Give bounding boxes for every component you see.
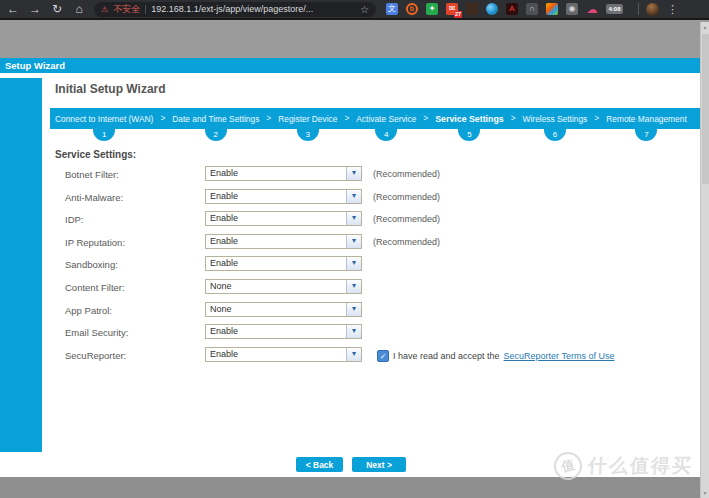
step-number-bump: 3 [297, 129, 319, 141]
page-title: Initial Setup Wizard [55, 82, 166, 96]
page-scrollbar[interactable]: ▲ ▼ [700, 22, 709, 498]
bookmark-star-icon[interactable]: ☆ [360, 4, 369, 15]
back-button[interactable]: < Back [296, 457, 343, 472]
wizard-panel: Initial Setup Wizard Connect to Internet… [0, 73, 700, 477]
wizard-step-4[interactable]: Activate Service 4 [351, 108, 421, 129]
sandboxing-row: Sandboxing: Enable ▾ [65, 256, 685, 273]
wizard-step-2[interactable]: Date and Time Settings 2 [167, 108, 264, 129]
step-number-bump: 2 [205, 129, 227, 141]
content-filter-row: Content Filter: None ▾ [65, 279, 685, 296]
acrobat-extension-icon[interactable]: A [506, 3, 518, 15]
ip-reputation-row: IP Reputation: Enable ▾ (Recommended) [65, 234, 685, 251]
dark-extension-icon[interactable] [466, 3, 478, 15]
securereporter-agreement: ✓ I have read and accept the SecuReporte… [377, 350, 614, 362]
reload-icon[interactable]: ↻ [50, 0, 64, 18]
step-number-bump: 7 [635, 129, 657, 141]
next-button[interactable]: Next > [352, 457, 406, 472]
step-separator: > [423, 108, 428, 129]
chevron-down-icon[interactable]: ▾ [346, 348, 361, 361]
botnet-filter-row: Botnet Filter: Enable ▾ (Recommended) [65, 166, 685, 183]
address-bar[interactable]: ⚠ 不安全 192.168.1.1/ext-js/app/view/pagest… [94, 2, 376, 17]
screen: ← → ↻ ⌂ ⚠ 不安全 192.168.1.1/ext-js/app/vie… [0, 0, 709, 498]
lock-extension-icon[interactable]: ∩ [526, 3, 538, 15]
app-patrol-dropdown[interactable]: None ▾ [205, 302, 362, 317]
translate-extension-icon[interactable]: 文 [386, 3, 398, 15]
recommended-note: (Recommended) [373, 189, 440, 206]
app-patrol-row: App Patrol: None ▾ [65, 302, 685, 319]
chevron-down-icon[interactable]: ▾ [346, 325, 361, 338]
wizard-steps-bar: Connect to Internet (WAN) 1 > Date and T… [50, 108, 700, 141]
url-text[interactable]: 192.168.1.1/ext-js/app/view/pagestore/..… [151, 4, 355, 14]
browser-menu-icon[interactable]: ⋮ [667, 3, 678, 16]
back-icon[interactable]: ← [6, 0, 20, 18]
chevron-down-icon[interactable]: ▾ [346, 212, 361, 225]
agreement-text: I have read and accept the [393, 351, 500, 361]
extension-icons: 文b✦✉27A∩◉☁4:08 [386, 3, 631, 15]
page-background: Setup Wizard Initial Setup Wizard Connec… [0, 22, 709, 498]
globe-extension-icon[interactable] [486, 3, 498, 15]
smzdm-logo-icon: 值 [551, 449, 584, 482]
step-number-bump: 1 [93, 129, 115, 141]
green-diamond-extension-icon[interactable]: ✦ [426, 3, 438, 15]
watermark-text: 什么值得买 [587, 453, 694, 479]
honey-extension-icon[interactable]: b [406, 3, 418, 15]
chevron-down-icon[interactable]: ▾ [346, 235, 361, 248]
cloud-upload-extension-icon[interactable]: ☁ [586, 3, 598, 15]
step-separator: > [266, 108, 271, 129]
recommended-note: (Recommended) [373, 234, 440, 251]
scroll-up-icon[interactable]: ▲ [701, 24, 709, 30]
idp-row: IDP: Enable ▾ (Recommended) [65, 211, 685, 228]
terms-checkbox[interactable]: ✓ [377, 350, 389, 362]
step-separator: > [160, 108, 165, 129]
wizard-step-1[interactable]: Connect to Internet (WAN) 1 [50, 108, 158, 129]
section-title: Service Settings: [55, 149, 136, 160]
anti-malware-row: Anti-Malware: Enable ▾ (Recommended) [65, 189, 685, 206]
email-security-dropdown[interactable]: Enable ▾ [205, 324, 362, 339]
step-separator: > [511, 108, 516, 129]
checkmark-icon: ✓ [380, 352, 387, 361]
profile-avatar[interactable] [646, 3, 659, 16]
wizard-step-6[interactable]: Wireless Settings 6 [518, 108, 593, 129]
chevron-down-icon[interactable]: ▾ [346, 280, 361, 293]
omnibox-divider [145, 5, 146, 14]
botnet-filter-dropdown[interactable]: Enable ▾ [205, 166, 362, 181]
chevron-down-icon[interactable]: ▾ [346, 257, 361, 270]
anti-malware-dropdown[interactable]: Enable ▾ [205, 189, 362, 204]
sandboxing-dropdown[interactable]: Enable ▾ [205, 256, 362, 271]
recommended-note: (Recommended) [373, 211, 440, 228]
mail-extension-icon[interactable]: ✉27 [446, 3, 458, 15]
home-icon[interactable]: ⌂ [72, 0, 86, 18]
ip-reputation-dropdown[interactable]: Enable ▾ [205, 234, 362, 249]
setup-wizard-titlebar: Setup Wizard [0, 58, 700, 73]
step-separator: > [594, 108, 599, 129]
not-secure-label[interactable]: 不安全 [113, 3, 140, 16]
unread-count-badge: 27 [454, 11, 462, 18]
step-separator: > [344, 108, 349, 129]
securereporter-terms-link[interactable]: SecuReporter Terms of Use [504, 351, 615, 361]
chevron-down-icon[interactable]: ▾ [346, 303, 361, 316]
wizard-step-5[interactable]: Service Settings 5 [430, 108, 508, 129]
warning-triangle-icon: ⚠ [101, 2, 108, 17]
chevron-down-icon[interactable]: ▾ [346, 190, 361, 203]
step-number-bump: 6 [544, 129, 566, 141]
page-bottom-bar [0, 477, 700, 498]
service-settings-form: Botnet Filter: Enable ▾ (Recommended) An… [65, 166, 685, 369]
step-number-bump: 5 [458, 129, 480, 141]
chevron-down-icon[interactable]: ▾ [346, 167, 361, 180]
smzdm-watermark: 值 什么值得买 [554, 452, 693, 480]
camera-extension-icon[interactable]: ◉ [566, 3, 578, 15]
recommended-note: (Recommended) [373, 166, 440, 183]
scroll-down-icon[interactable]: ▼ [701, 490, 709, 496]
email-security-row: Email Security: Enable ▾ [65, 324, 685, 341]
toolbar-divider [638, 3, 639, 15]
wizard-step-7[interactable]: Remote Management 7 [601, 108, 692, 129]
clock-extension-badge[interactable]: 4:08 [606, 4, 623, 14]
scroll-thumb[interactable] [702, 34, 709, 184]
idp-dropdown[interactable]: Enable ▾ [205, 211, 362, 226]
wizard-step-3[interactable]: Register Device 3 [273, 108, 342, 129]
secureporter-dropdown[interactable]: Enable ▾ [205, 347, 362, 362]
screenshot-extension-icon[interactable] [546, 3, 558, 15]
browser-toolbar: ← → ↻ ⌂ ⚠ 不安全 192.168.1.1/ext-js/app/vie… [0, 0, 709, 20]
content-filter-dropdown[interactable]: None ▾ [205, 279, 362, 294]
forward-icon[interactable]: → [28, 0, 42, 18]
